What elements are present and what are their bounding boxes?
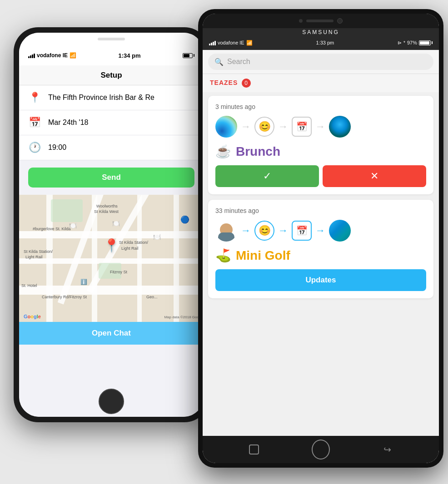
flow-arrow-1: → [241, 121, 251, 133]
navigation-icon: ⊳ [398, 40, 402, 46]
teaze-card-2: 33 minutes ago → [208, 200, 433, 298]
sender-avatar-1[interactable] [215, 116, 237, 138]
time-row[interactable]: 🕐 19:00 [19, 135, 204, 160]
cards-scroll-area: 3 minutes ago → 😊 [203, 92, 439, 393]
signal-icon [28, 53, 35, 58]
google-watermark: Google [24, 314, 41, 319]
card-1-flow: → 😊 → 📅 → [215, 116, 426, 138]
date-text: Mar 24th '18 [48, 119, 88, 127]
recent-apps-icon [249, 444, 259, 454]
card-1-activity-icon: ☕ [215, 144, 231, 159]
battery-icon [419, 40, 433, 45]
teazes-label: TEAZES [210, 79, 238, 86]
samsung-device: SAMSUNG vodafone IE 📶 1:33 pm [198, 9, 443, 468]
clock-icon: 🕐 [28, 142, 41, 153]
calendar-icon: 📅 [28, 117, 41, 128]
recipient-avatar-2[interactable] [329, 220, 351, 242]
map-data-label: Map data ©2018 Goo [164, 315, 199, 319]
iphone-home-button[interactable] [99, 389, 124, 414]
map-view: Woolworths St Kilda West #burgerlove St.… [19, 195, 204, 322]
iphone-carrier: vodafone IE 📶 [28, 52, 76, 59]
bluetooth-icon: * [403, 40, 405, 45]
card-2-activity-text: Mini Golf [236, 248, 290, 263]
send-button[interactable]: Send [28, 168, 194, 188]
samsung-wifi-icon: 📶 [246, 40, 253, 46]
accept-button[interactable]: ✓ [215, 165, 319, 187]
sender-avatar-2[interactable] [215, 220, 237, 242]
back-button[interactable]: ↩ [378, 443, 397, 456]
search-bar-container: 🔍 Search [203, 50, 439, 74]
iphone-speaker [98, 38, 125, 40]
home-button[interactable] [312, 443, 330, 456]
home-circle-icon [312, 440, 330, 459]
flow-emoji-1: 😊 [254, 117, 274, 137]
iphone-status-bar: vodafone IE 📶 1:34 pm [19, 45, 204, 65]
samsung-content-area: 🔍 Search TEAZES 0 3 minutes ago [203, 50, 439, 436]
samsung-camera-area [203, 14, 439, 28]
samsung-carrier: vodafone IE 📶 [209, 40, 253, 46]
search-placeholder: Search [227, 58, 250, 66]
scene: vodafone IE 📶 1:34 pm [0, 0, 448, 484]
teazes-section-header: TEAZES 0 [203, 74, 439, 92]
flow-calendar-1: 📅 [292, 117, 312, 137]
location-icon: 📍 [28, 92, 41, 104]
samsung-time: 1:33 pm [316, 40, 334, 45]
iphone-navbar: Setup [19, 65, 204, 85]
updates-button[interactable]: Updates [215, 269, 426, 291]
open-chat-button[interactable]: Open Chat [19, 322, 204, 345]
speaker-grille [306, 20, 334, 22]
card-2-flow: → 😊 → 📅 → [215, 220, 426, 242]
flow-arrow-2: → [278, 121, 288, 133]
card-1-activity-text: Brunch [236, 144, 280, 159]
teazes-count-badge: 0 [242, 79, 251, 88]
iphone-notch [19, 33, 204, 45]
flow-emoji-2: 😊 [254, 221, 274, 241]
card-2-activity: ⛳ Mini Golf [215, 248, 426, 263]
card-2-time: 33 minutes ago [215, 207, 426, 214]
samsung-status-bar: vodafone IE 📶 1:33 pm ⊳ * 97% [203, 36, 439, 49]
card-1-activity: ☕ Brunch [215, 144, 426, 159]
iphone-battery [183, 53, 194, 58]
camera-main [337, 18, 343, 24]
signal-bars-icon [209, 40, 216, 45]
flow-arrow-6: → [315, 225, 325, 237]
teaze-card-1: 3 minutes ago → 😊 [208, 96, 433, 194]
iphone-time: 1:34 pm [118, 52, 140, 59]
iphone-nav-title: Setup [100, 71, 122, 80]
iphone-device: vodafone IE 📶 1:34 pm [14, 27, 209, 422]
flow-calendar-2: 📅 [292, 221, 312, 241]
flow-arrow-5: → [278, 225, 288, 237]
card-1-actions: ✓ ✕ [215, 165, 426, 187]
location-text: The Fifth Province Irish Bar & Re [48, 94, 154, 102]
time-text: 19:00 [48, 143, 66, 152]
back-icon: ↩ [383, 444, 391, 455]
map-location-pin: 📍 [104, 238, 119, 253]
card-1-time: 3 minutes ago [215, 103, 426, 110]
card-2-activity-icon: ⛳ [215, 248, 231, 263]
camera-dot [299, 19, 303, 23]
search-box[interactable]: 🔍 Search [208, 54, 433, 70]
search-icon: 🔍 [214, 58, 224, 66]
samsung-nav-bar: ↩ [203, 436, 439, 463]
recipient-avatar-1[interactable] [329, 116, 351, 138]
flow-arrow-3: → [315, 121, 325, 133]
battery-percent: 97% [407, 40, 417, 45]
date-row[interactable]: 📅 Mar 24th '18 [19, 110, 204, 135]
wifi-icon: 📶 [70, 52, 76, 59]
samsung-brand: SAMSUNG [203, 28, 439, 36]
location-row[interactable]: 📍 The Fifth Province Irish Bar & Re [19, 85, 204, 110]
decline-button[interactable]: ✕ [323, 165, 426, 187]
recent-apps-button[interactable] [245, 443, 263, 456]
samsung-battery-area: ⊳ * 97% [398, 40, 433, 46]
flow-arrow-4: → [241, 225, 251, 237]
